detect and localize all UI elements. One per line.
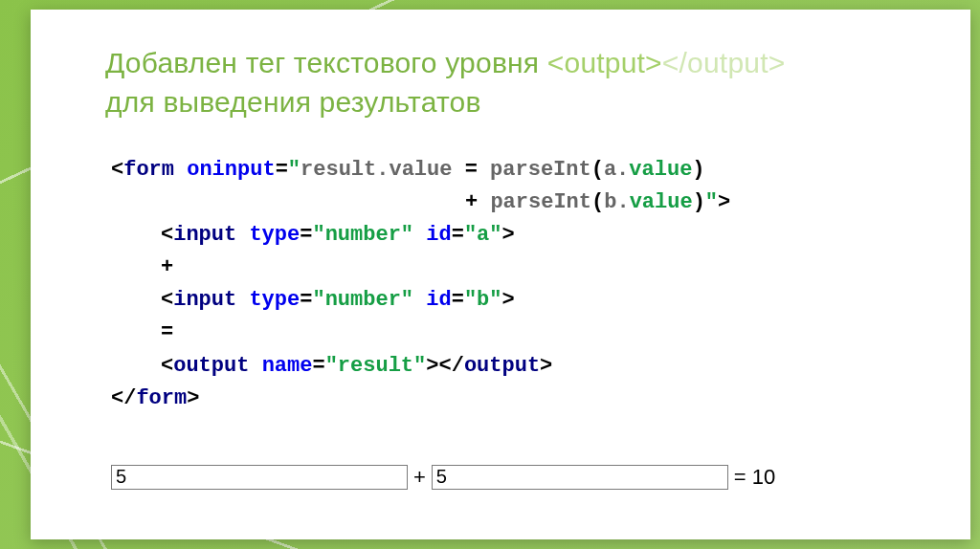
code-result-value: result.value	[301, 158, 452, 182]
code-tag-form: form	[123, 158, 174, 182]
code-attr-name: name	[262, 354, 313, 378]
code-tag-input2: input	[173, 288, 236, 312]
code-angle: <	[111, 158, 123, 182]
title-output-close: </output>	[662, 47, 786, 78]
code-equals: =	[111, 317, 173, 349]
code-tag-input: input	[173, 223, 236, 247]
code-attr-type: type	[249, 223, 300, 247]
code-tag-form-close: form	[136, 386, 187, 410]
code-block: <form oninput="result.value = parseInt(a…	[111, 154, 913, 415]
title-part2: для выведения результатов	[105, 86, 481, 118]
demo-input-a[interactable]	[111, 465, 408, 490]
code-parseint2: parseInt	[490, 190, 591, 214]
title-part1: Добавлен тег текстового уровня	[105, 47, 547, 78]
code-parseint: parseInt	[490, 158, 591, 182]
title-output-open: <output>	[547, 47, 662, 78]
demo-result: = 10	[734, 465, 775, 490]
code-attr-oninput: oninput	[187, 158, 275, 182]
demo-input-b[interactable]	[432, 465, 728, 490]
slide-card: Добавлен тег текстового уровня <output><…	[31, 10, 970, 539]
slide-title: Добавлен тег текстового уровня <output><…	[105, 44, 913, 121]
code-tag-output: output	[173, 354, 249, 378]
code-attr-id: id	[426, 223, 451, 247]
demo-plus: +	[413, 465, 426, 490]
code-plus: +	[111, 252, 173, 284]
demo-row: + = 10	[111, 465, 913, 490]
